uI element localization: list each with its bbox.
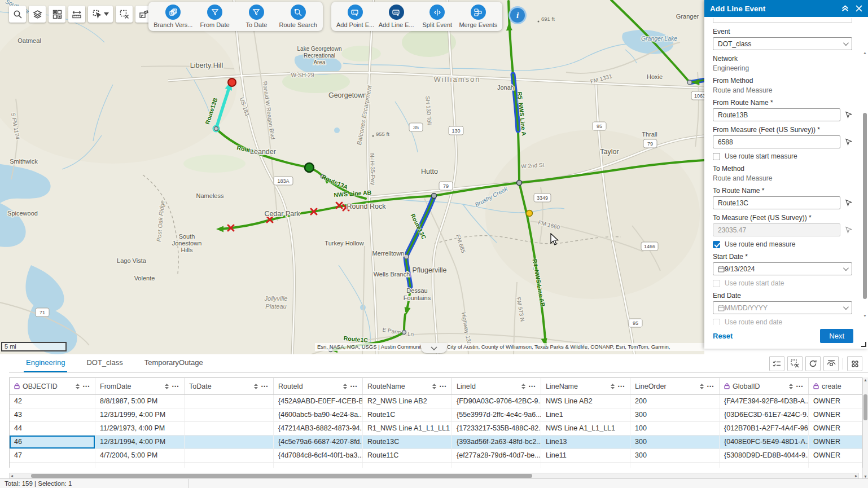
pick-on-map-icon[interactable] bbox=[845, 199, 852, 206]
sort-icon[interactable] bbox=[165, 384, 169, 389]
table-cell[interactable]: 44 bbox=[10, 422, 95, 435]
table-cell[interactable]: {4d7084c8-6cf4-40f1-ba3... bbox=[274, 449, 363, 462]
table-cell[interactable] bbox=[274, 463, 363, 468]
table-cell[interactable]: 12/31/1994, 4:00 PM bbox=[95, 436, 185, 449]
table-cell[interactable] bbox=[185, 436, 274, 449]
table-cell[interactable]: Route11C bbox=[363, 449, 452, 462]
table-cell[interactable]: 8/8/1987, 5:00 PM bbox=[95, 395, 185, 408]
table-cell[interactable] bbox=[809, 463, 862, 468]
table-cell[interactable]: Route13C bbox=[363, 436, 452, 449]
column-header-create[interactable]: create bbox=[809, 378, 862, 394]
from-date-button[interactable]: From Date bbox=[195, 5, 235, 28]
table-cell[interactable]: NWS Line A1_L1_LL1 bbox=[541, 422, 630, 435]
tab-temporary-outage[interactable]: TemporaryOutage bbox=[142, 355, 205, 372]
show-selected-button[interactable] bbox=[769, 356, 784, 371]
checkbox-checked[interactable] bbox=[713, 241, 720, 248]
collapse-map-tab[interactable] bbox=[421, 343, 447, 353]
table-cell[interactable] bbox=[185, 449, 274, 462]
panel-scrollbar[interactable] bbox=[863, 113, 867, 299]
column-menu-icon[interactable]: ⋯ bbox=[439, 384, 447, 389]
table-cell[interactable]: {0408E0FC-5E49-48D1-A... bbox=[720, 436, 809, 449]
column-header-routename[interactable]: RouteName⋯ bbox=[363, 378, 452, 394]
table-cell[interactable]: {4c5e79a6-6687-4207-8fd... bbox=[274, 436, 363, 449]
sort-icon[interactable] bbox=[521, 384, 525, 389]
route-search-button[interactable]: Route Search bbox=[278, 5, 318, 28]
scroll-up-arrow[interactable]: ▲ bbox=[863, 378, 867, 382]
pick-on-map-icon[interactable] bbox=[845, 138, 852, 146]
sort-icon[interactable] bbox=[700, 384, 704, 389]
checkbox[interactable] bbox=[713, 153, 720, 160]
sort-icon[interactable] bbox=[254, 384, 258, 389]
table-cell[interactable]: {FD90A03C-9706-42BC-9... bbox=[452, 395, 541, 408]
column-menu-icon[interactable]: ⋯ bbox=[617, 384, 625, 389]
table-cell[interactable]: 4/7/2004, 5:00 PM bbox=[95, 449, 185, 462]
table-cell[interactable]: OWNER bbox=[809, 395, 862, 408]
tab-engineering[interactable]: Engineering bbox=[24, 355, 67, 372]
scroll-down-arrow[interactable]: ▼ bbox=[863, 314, 867, 318]
next-button[interactable]: Next bbox=[820, 329, 853, 343]
table-cell[interactable]: {393ad56f-2a63-48fd-bc2... bbox=[452, 436, 541, 449]
table-cell[interactable]: 46 bbox=[10, 436, 95, 449]
scrollbar-thumb[interactable] bbox=[31, 474, 532, 478]
column-header-lineorder[interactable]: LineOrder⋯ bbox=[630, 378, 720, 394]
table-cell[interactable]: {03D6EC3D-61E7-424C-9... bbox=[720, 408, 809, 421]
event-select[interactable]: DOT_class bbox=[713, 37, 852, 50]
to-route-input[interactable]: Route13C bbox=[713, 196, 840, 209]
pick-on-map-icon[interactable] bbox=[845, 111, 852, 118]
table-cell[interactable] bbox=[363, 463, 452, 468]
refresh-button[interactable] bbox=[805, 356, 821, 371]
column-header-routeid[interactable]: RouteId⋯ bbox=[274, 378, 363, 394]
column-header-globalid[interactable]: GlobalID ⋯ bbox=[720, 378, 809, 394]
branch-versions-button[interactable]: Branch Vers... bbox=[153, 5, 194, 28]
table-cell[interactable]: {47214AB3-6882-4873-94... bbox=[274, 422, 363, 435]
start-date-picker[interactable]: 9/13/2024 bbox=[713, 262, 852, 275]
table-cell[interactable]: 12/31/1999, 4:00 PM bbox=[95, 408, 185, 421]
table-cell[interactable]: OWNER bbox=[809, 408, 862, 421]
column-menu-icon[interactable]: ⋯ bbox=[707, 384, 714, 389]
clear-selection-button[interactable] bbox=[116, 6, 133, 23]
column-menu-icon[interactable]: ⋯ bbox=[261, 384, 269, 389]
table-cell[interactable] bbox=[720, 463, 809, 468]
table-row[interactable]: 428/8/1987, 5:00 PM{452A9ABD-E0EF-4CEB-B… bbox=[10, 395, 862, 408]
sort-icon[interactable] bbox=[432, 384, 436, 389]
table-cell[interactable]: 47 bbox=[10, 449, 95, 462]
panel-resize-handle[interactable] bbox=[861, 342, 866, 347]
column-header-lineid[interactable]: LineId⋯ bbox=[452, 378, 541, 394]
table-cell[interactable]: 42 bbox=[10, 395, 95, 408]
table-cell[interactable]: 11/29/1973, 4:00 PM bbox=[95, 422, 185, 435]
tab-dot-class[interactable]: DOT_class bbox=[84, 355, 125, 372]
sort-icon[interactable] bbox=[343, 384, 347, 389]
table-row[interactable]: 474/7/2004, 5:00 PM{4d7084c8-6cf4-40f1-b… bbox=[10, 449, 862, 463]
green-point-marker[interactable] bbox=[305, 163, 314, 172]
table-cell[interactable]: Line11 bbox=[541, 449, 630, 462]
table-cell[interactable] bbox=[185, 422, 274, 435]
table-cell[interactable]: R1_NWS Line A1_L1_LL1 bbox=[363, 422, 452, 435]
table-row[interactable]: 4411/29/1973, 4:00 PM{47214AB3-6882-4873… bbox=[10, 422, 862, 436]
measure-button[interactable] bbox=[68, 6, 85, 23]
scroll-down-arrow[interactable]: ▼ bbox=[863, 474, 867, 478]
table-cell[interactable]: NWS Line AB2 bbox=[541, 395, 630, 408]
table-cell[interactable] bbox=[541, 463, 630, 468]
table-cell[interactable]: OWNER bbox=[809, 422, 862, 435]
vertical-scrollbar[interactable]: ▲ ▼ bbox=[862, 377, 868, 479]
reset-link[interactable]: Reset bbox=[713, 332, 733, 340]
use-route-start-measure-checkbox[interactable]: Use route start measure bbox=[713, 152, 852, 160]
add-point-event-button[interactable]: Add Point E... bbox=[335, 5, 376, 28]
column-menu-icon[interactable]: ⋯ bbox=[528, 384, 536, 389]
table-cell[interactable]: 300 bbox=[630, 449, 720, 462]
column-menu-icon[interactable]: ⋯ bbox=[172, 384, 179, 389]
visibility-button[interactable] bbox=[823, 356, 839, 371]
table-cell[interactable]: Route1C bbox=[363, 408, 452, 421]
table-cell[interactable]: 43 bbox=[10, 408, 95, 421]
column-header-objectid[interactable]: OBJECTID ⋯ bbox=[10, 378, 95, 394]
table-row[interactable]: 4312/31/1999, 4:00 PM{4600abc5-ba90-4e24… bbox=[10, 408, 862, 422]
column-menu-icon[interactable]: ⋯ bbox=[796, 384, 804, 389]
sort-icon[interactable] bbox=[76, 384, 80, 389]
use-route-end-date-checkbox[interactable]: Use route end date bbox=[713, 318, 852, 325]
scroll-up-arrow[interactable]: ▲ bbox=[863, 51, 867, 55]
table-cell[interactable] bbox=[10, 463, 95, 468]
table-row[interactable] bbox=[10, 463, 862, 468]
table-cell[interactable] bbox=[185, 395, 274, 408]
table-cell[interactable]: 100 bbox=[630, 422, 720, 435]
sort-icon[interactable] bbox=[611, 384, 615, 389]
